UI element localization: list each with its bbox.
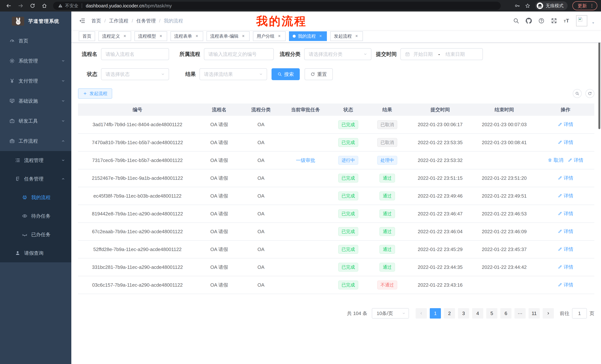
action-detail[interactable]: 详情 (558, 192, 573, 199)
action-detail[interactable]: 详情 (558, 282, 573, 288)
page-button-11[interactable]: 11 (529, 308, 540, 318)
action-detail[interactable]: 详情 (558, 264, 573, 270)
tab-process-form-edit[interactable]: 流程表单-编辑× (207, 31, 250, 41)
sidebar-fold-icon[interactable] (79, 18, 85, 24)
sidebar-item-payment[interactable]: 支付管理 (0, 71, 71, 91)
close-icon[interactable]: × (194, 34, 200, 39)
cell-submit-time: 2022-01-22 23:45:29 (409, 240, 472, 258)
fullscreen-icon[interactable] (551, 18, 557, 24)
close-icon[interactable]: × (354, 34, 359, 39)
refresh-table-button[interactable] (585, 89, 594, 98)
page-button-5[interactable]: 5 (486, 308, 497, 318)
tab-home[interactable]: 首页 (79, 31, 95, 41)
action-detail[interactable]: 详情 (558, 211, 573, 217)
close-icon[interactable]: × (158, 34, 163, 39)
action-detail[interactable]: 详情 (558, 139, 573, 146)
action-detail[interactable]: 详情 (558, 175, 573, 181)
page-size-select[interactable]: 10条/页 (372, 308, 409, 318)
tab-my-process[interactable]: 我的流程× (289, 31, 327, 41)
github-icon[interactable] (526, 18, 532, 24)
tab-process-definition[interactable]: 流程定义× (99, 31, 131, 41)
breadcrumb-item[interactable]: 任务管理 (136, 18, 156, 24)
sidebar-item-system[interactable]: 系统管理 (0, 51, 71, 71)
action-detail[interactable]: 详情 (558, 246, 573, 252)
avatar[interactable] (576, 15, 587, 26)
table-row: 03c6c157-7b9a-11ec-a290-acde48001122OA 请… (78, 276, 594, 294)
action-detail[interactable]: 详情 (568, 157, 583, 163)
breadcrumb-item[interactable]: 首页 (91, 18, 101, 24)
back-icon[interactable] (6, 3, 11, 9)
plus-icon (83, 91, 87, 96)
page-button-2[interactable]: 2 (444, 308, 455, 318)
tab-user-group[interactable]: 用户分组× (253, 31, 286, 41)
action-label: 详情 (564, 211, 573, 217)
tab-start-process[interactable]: 发起流程× (330, 31, 363, 41)
edit-icon (558, 229, 562, 234)
sidebar-item-home[interactable]: 首页 (0, 31, 71, 51)
action-detail[interactable]: 详情 (558, 228, 573, 235)
process-category-select[interactable]: 请选择流程分类 (304, 48, 371, 60)
bookmark-star-icon[interactable] (525, 3, 531, 9)
font-size-icon[interactable]: TT (563, 18, 570, 24)
sidebar-item-task-mgmt[interactable]: 任务管理 (0, 170, 71, 188)
close-icon[interactable]: × (277, 34, 282, 39)
cell-end-time: 2022-01-22 23:46:53 (472, 205, 537, 223)
breadcrumb-item[interactable]: 工作流程 (109, 18, 128, 24)
next-page-button[interactable] (543, 308, 554, 318)
reload-icon[interactable] (30, 3, 35, 9)
close-icon[interactable]: × (241, 34, 246, 39)
close-icon[interactable]: × (318, 34, 323, 39)
pagination-ellipsis[interactable]: ··· (514, 308, 526, 318)
action-cancel[interactable]: 取消 (548, 157, 563, 163)
address-bar[interactable]: 不安全 dashboard.yudao.iocoder.cn/bpm/task/… (53, 2, 501, 10)
sidebar-item-infrastructure[interactable]: 基础设施 (0, 91, 71, 111)
sidebar-item-workflow[interactable]: 工作流程 (0, 131, 71, 151)
tab-process-model[interactable]: 流程模型× (134, 31, 167, 41)
menu-dots-icon[interactable] (590, 3, 594, 8)
page-button-4[interactable]: 4 (472, 308, 483, 318)
submit-time-range-picker[interactable]: 开始日期 - 结束日期 (401, 48, 483, 60)
caret-down-icon[interactable] (591, 21, 595, 25)
sidebar-item-dev-tools[interactable]: 研发工具 (0, 111, 71, 131)
sidebar-item-my-process[interactable]: 我的流程 (0, 188, 71, 207)
home-icon[interactable] (42, 3, 47, 9)
search-button-label: 搜索 (284, 71, 294, 77)
tab-process-form[interactable]: 流程表单× (170, 31, 203, 41)
start-process-button[interactable]: 发起流程 (78, 88, 112, 99)
sidebar-item-process-mgmt[interactable]: 流程管理 (0, 151, 71, 170)
process-definition-input[interactable] (204, 48, 274, 60)
update-button[interactable]: 更新 (572, 1, 597, 10)
status-tag: 已完成 (338, 227, 358, 236)
current-task-link[interactable]: 一级审批 (296, 157, 315, 163)
key-icon[interactable] (514, 3, 520, 9)
process-table: 编号流程名流程分类当前审批任务状态结果提交时间结束时间操作 3ad174fb-7… (78, 104, 594, 294)
prev-page-button[interactable] (416, 308, 427, 318)
process-name-input[interactable] (101, 48, 169, 60)
column-header: 流程名 (197, 104, 241, 116)
cell-process-name: OA 请假 (197, 240, 241, 258)
browser-nav-icons (4, 3, 47, 9)
app-logo[interactable]: 芋道管理系统 (0, 11, 71, 31)
forward-icon[interactable] (18, 3, 23, 9)
column-header: 结果 (366, 104, 409, 116)
search-icon[interactable] (513, 18, 519, 24)
help-icon[interactable] (538, 18, 545, 24)
show-search-button[interactable] (573, 89, 582, 98)
status-select[interactable]: 请选择状态 (101, 68, 169, 80)
page-button-6[interactable]: 6 (500, 308, 511, 318)
result-select[interactable]: 请选择流结果 (200, 68, 267, 80)
action-detail[interactable]: 详情 (558, 121, 573, 128)
incognito-badge: 无痕模式 (535, 1, 568, 10)
cell-submit-time: 2022-01-22 23:53:35 (409, 134, 472, 151)
close-icon[interactable]: × (122, 34, 127, 39)
sidebar-item-done-tasks[interactable]: 已办任务 (0, 225, 71, 244)
goto-page-input[interactable] (572, 308, 587, 318)
sidebar-item-todo-tasks[interactable]: 待办任务 (0, 207, 71, 225)
cell-actions: 详情 (537, 187, 594, 205)
search-button[interactable]: 搜索 (271, 68, 300, 80)
reset-button[interactable]: 重置 (305, 68, 333, 80)
sidebar-item-leave-query[interactable]: 请假查询 (0, 244, 71, 262)
cell-process-name: OA 请假 (197, 258, 241, 276)
page-button-1[interactable]: 1 (430, 308, 441, 318)
page-button-3[interactable]: 3 (458, 308, 469, 318)
